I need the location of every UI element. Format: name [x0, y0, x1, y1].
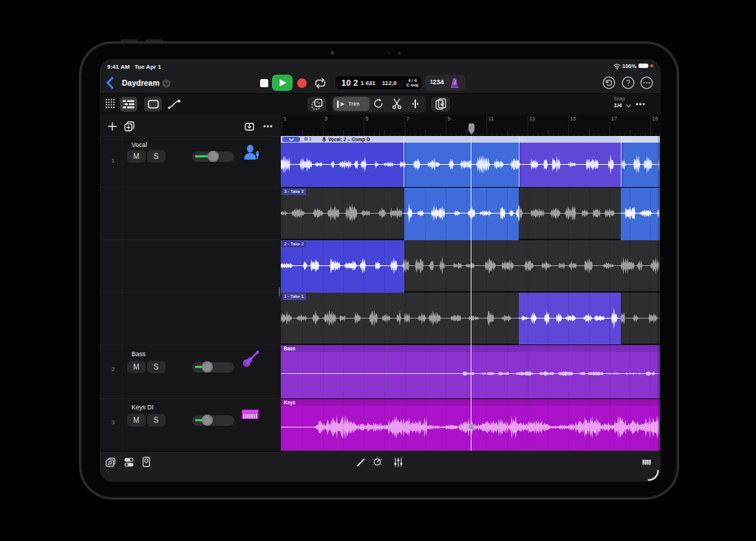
svg-text:?: ?	[626, 79, 630, 87]
